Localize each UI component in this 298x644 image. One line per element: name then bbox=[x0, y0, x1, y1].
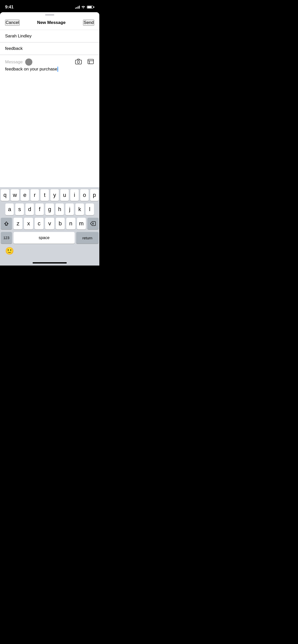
return-key[interactable]: return bbox=[76, 232, 99, 244]
drag-handle-area[interactable] bbox=[0, 12, 99, 17]
send-button[interactable]: Send bbox=[83, 20, 94, 26]
key-o[interactable]: o bbox=[80, 189, 89, 201]
key-d[interactable]: d bbox=[25, 203, 34, 215]
key-m[interactable]: m bbox=[77, 218, 86, 229]
signal-bars-icon bbox=[75, 6, 80, 9]
key-w[interactable]: w bbox=[11, 189, 19, 201]
svg-rect-0 bbox=[75, 60, 82, 64]
key-h[interactable]: h bbox=[56, 203, 64, 215]
battery-icon bbox=[87, 6, 94, 9]
home-bar bbox=[33, 262, 67, 264]
message-area[interactable]: Message bbox=[0, 55, 99, 85]
keyboard-row-2: a s d f g h j k l bbox=[1, 203, 99, 215]
key-y[interactable]: y bbox=[50, 189, 59, 201]
key-l[interactable]: l bbox=[86, 203, 94, 215]
shift-key[interactable] bbox=[1, 218, 12, 229]
keyboard-row-4: 123 space return bbox=[1, 232, 99, 244]
subject-field[interactable]: feedback bbox=[0, 42, 99, 55]
backspace-key[interactable] bbox=[87, 218, 99, 229]
to-field[interactable]: Sarah Lindley bbox=[0, 30, 99, 42]
key-k[interactable]: k bbox=[75, 203, 84, 215]
cancel-button[interactable]: Cancel bbox=[5, 20, 20, 26]
message-toolbar bbox=[75, 58, 94, 66]
wifi-icon bbox=[81, 5, 85, 9]
key-i[interactable]: i bbox=[70, 189, 79, 201]
svg-rect-2 bbox=[88, 59, 93, 64]
template-icon[interactable] bbox=[87, 58, 94, 66]
key-e[interactable]: e bbox=[21, 189, 29, 201]
key-n[interactable]: n bbox=[66, 218, 75, 229]
message-spacer bbox=[0, 85, 99, 187]
subject-value: feedback bbox=[5, 46, 23, 51]
emoji-button[interactable]: 🙂 bbox=[5, 247, 14, 255]
space-key[interactable]: space bbox=[13, 232, 75, 244]
to-value: Sarah Lindley bbox=[5, 34, 32, 39]
keyboard-row-1: q w e r t y u i o p bbox=[1, 189, 99, 201]
key-b[interactable]: b bbox=[56, 218, 65, 229]
status-bar: 9:41 bbox=[0, 0, 99, 12]
key-q[interactable]: q bbox=[1, 189, 9, 201]
key-a[interactable]: a bbox=[5, 203, 14, 215]
message-body[interactable]: feedback on your purchase bbox=[5, 67, 94, 72]
key-g[interactable]: g bbox=[45, 203, 54, 215]
key-p[interactable]: p bbox=[90, 189, 99, 201]
svg-point-1 bbox=[77, 61, 80, 63]
text-cursor bbox=[58, 67, 58, 72]
key-s[interactable]: s bbox=[15, 203, 24, 215]
key-z[interactable]: z bbox=[13, 218, 22, 229]
keyboard: q w e r t y u i o p a s d f g h j k l z … bbox=[0, 187, 99, 245]
key-u[interactable]: u bbox=[60, 189, 69, 201]
bottom-bar: 🙂 bbox=[0, 245, 99, 262]
key-v[interactable]: v bbox=[45, 218, 54, 229]
key-c[interactable]: c bbox=[35, 218, 44, 229]
nav-title: New Message bbox=[37, 20, 66, 25]
key-t[interactable]: t bbox=[40, 189, 49, 201]
home-indicator-area bbox=[0, 262, 99, 266]
key-f[interactable]: f bbox=[35, 203, 44, 215]
nav-bar: Cancel New Message Send bbox=[0, 17, 99, 30]
message-placeholder: Message bbox=[5, 60, 23, 65]
status-icons bbox=[75, 5, 94, 9]
message-toggle-circle[interactable] bbox=[25, 58, 32, 66]
key-x[interactable]: x bbox=[24, 218, 33, 229]
key-j[interactable]: j bbox=[65, 203, 74, 215]
numbers-key[interactable]: 123 bbox=[1, 232, 12, 244]
camera-icon[interactable] bbox=[75, 58, 82, 66]
status-time: 9:41 bbox=[5, 5, 13, 10]
compose-sheet: Cancel New Message Send Sarah Lindley fe… bbox=[0, 12, 99, 187]
keyboard-row-3: z x c v b n m bbox=[1, 218, 99, 229]
key-r[interactable]: r bbox=[31, 189, 39, 201]
drag-handle bbox=[45, 14, 54, 16]
compose-area: Sarah Lindley feedback Message bbox=[0, 30, 99, 187]
